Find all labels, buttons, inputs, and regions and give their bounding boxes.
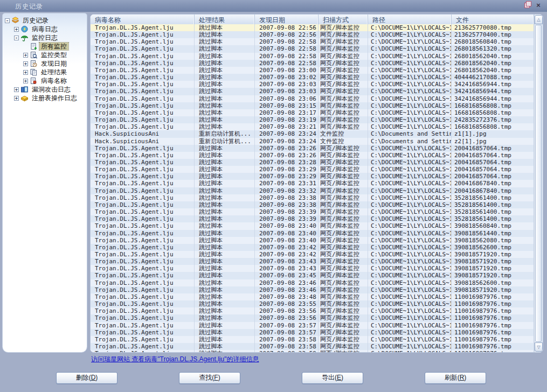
expand-icon[interactable]: + <box>14 87 19 92</box>
table-row[interactable]: Trojan.DL.JS.Agent.lju跳过脚本2007-09-08 23:… <box>91 265 534 272</box>
tree-item-all-monitors[interactable]: 所有监控 <box>3 42 87 51</box>
cell-found-date: 2007-09-08 23:48 <box>255 293 318 300</box>
table-row[interactable]: Trojan.DL.JS.Agent.lju跳过脚本2007-09-08 22:… <box>91 24 534 31</box>
table-row[interactable]: Trojan.DL.JS.Agent.lju跳过脚本2007-09-08 23:… <box>91 322 534 329</box>
table-row[interactable]: Trojan.DL.JS.Agent.lju跳过脚本2007-09-08 23:… <box>91 95 534 102</box>
table-row[interactable]: Trojan.DL.JS.Agent.lju跳过脚本2007-09-08 22:… <box>91 60 534 67</box>
table-row[interactable]: Trojan.DL.JS.Agent.lju跳过脚本2007-09-08 23:… <box>91 67 534 74</box>
table-row[interactable]: Trojan.DL.JS.Agent.lju跳过脚本2007-09-08 23:… <box>91 258 534 265</box>
scroll-up-button[interactable]: △ <box>535 15 543 24</box>
table-row[interactable]: Trojan.DL.JS.Agent.lju跳过脚本2007-09-08 23:… <box>91 145 534 152</box>
table-row[interactable]: Trojan.DL.JS.Agent.lju跳过脚本2007-09-08 23:… <box>91 116 534 123</box>
restore-button[interactable] <box>524 2 530 9</box>
tree-item-history-root[interactable]: -历史记录 <box>3 16 87 25</box>
find-button[interactable]: 查找(F) <box>179 372 240 384</box>
cell-file: 342416856944.tmp <box>452 95 534 102</box>
tree-item-label: 病毒日志 <box>30 25 59 33</box>
table-row[interactable]: Trojan.DL.JS.Agent.lju跳过脚本2007-09-08 23:… <box>91 215 534 222</box>
table-row[interactable]: Trojan.DL.JS.Agent.lju跳过脚本2007-09-08 23:… <box>91 180 534 187</box>
collapse-icon[interactable]: - <box>5 18 10 23</box>
column-header-scan-method[interactable]: 扫描方式 <box>318 15 368 24</box>
expand-icon[interactable]: + <box>23 53 28 58</box>
column-header-path[interactable]: 路径 <box>368 15 452 24</box>
virus-detail-link[interactable]: 访问瑞星网站 查看病毒"Trojan.DL.JS.Agent.lju"的详细信息 <box>91 355 259 364</box>
cell-virus-name: Trojan.DL.JS.Agent.lju <box>91 251 195 258</box>
table-row[interactable]: Trojan.DL.JS.Agent.lju跳过脚本2007-09-08 22:… <box>91 31 534 38</box>
refresh-button[interactable]: 刷新(R) <box>425 372 486 384</box>
table-row[interactable]: Trojan.DL.JS.Agent.lju跳过脚本2007-09-08 23:… <box>91 74 534 81</box>
table-row[interactable]: Trojan.DL.JS.Agent.lju跳过脚本2007-09-08 23:… <box>91 230 534 237</box>
table-row[interactable]: Trojan.DL.JS.Agent.lju跳过脚本2007-09-08 23:… <box>91 152 534 159</box>
table-row[interactable]: Trojan.DL.JS.Agent.lju跳过脚本2007-09-08 23:… <box>91 237 534 244</box>
cell-virus-name: Trojan.DL.JS.Agent.lju <box>91 116 195 123</box>
table-row[interactable]: Trojan.DL.JS.Agent.lju跳过脚本2007-09-08 22:… <box>91 38 534 45</box>
table-row[interactable]: Trojan.DL.JS.Agent.lju跳过脚本2007-09-08 23:… <box>91 222 534 229</box>
table-row[interactable]: Trojan.DL.JS.Agent.lju跳过脚本2007-09-08 23:… <box>91 187 534 194</box>
cell-path: C:\DOCUME~1\LY\LOCALS~1... <box>368 265 452 272</box>
cell-virus-name: Trojan.DL.JS.Agent.lju <box>91 45 195 52</box>
tree-item-virus-name[interactable]: +病毒名称 <box>3 76 87 85</box>
table-row[interactable]: Trojan.DL.JS.Agent.lju跳过脚本2007-09-08 23:… <box>91 272 534 279</box>
tree-item-exploit-log[interactable]: +漏洞攻击日志 <box>3 85 87 94</box>
column-header-file[interactable]: 文件 <box>452 15 534 24</box>
scroll-down-button[interactable]: ▽ <box>535 342 543 352</box>
delete-button[interactable]: 删除(D) <box>56 372 117 384</box>
table-row[interactable]: Trojan.DL.JS.Agent.lju跳过脚本2007-09-08 23:… <box>91 109 534 116</box>
cell-virus-name: Trojan.DL.JS.Agent.lju <box>91 201 195 208</box>
table-row[interactable]: Trojan.DL.JS.Agent.lju跳过脚本2007-09-08 23:… <box>91 201 534 208</box>
table-row[interactable]: Trojan.DL.JS.Agent.lju跳过脚本2007-09-08 23:… <box>91 244 534 251</box>
table-row[interactable]: Trojan.DL.JS.Agent.lju跳过脚本2007-09-08 23:… <box>91 314 534 321</box>
expand-icon[interactable]: + <box>23 79 28 83</box>
table-row[interactable]: Trojan.DL.JS.Agent.lju跳过脚本2007-09-08 23:… <box>91 123 534 130</box>
column-header-found-date[interactable]: 发现日期 <box>255 15 318 24</box>
table-row[interactable]: Trojan.DL.JS.Agent.lju跳过脚本2007-09-08 23:… <box>91 279 534 286</box>
table-row[interactable]: Trojan.DL.JS.Agent.lju跳过脚本2007-09-08 23:… <box>91 166 534 173</box>
table-row[interactable]: Trojan.DL.JS.Agent.lju跳过脚本2007-09-08 23:… <box>91 251 534 258</box>
table-row[interactable]: Trojan.DL.JS.Agent.lju跳过脚本2007-09-08 22:… <box>91 45 534 52</box>
cell-path: C:\DOCUME~1\LY\LOCALS~1... <box>368 222 452 229</box>
tree-item-virus-log[interactable]: +病毒日志 <box>3 25 87 33</box>
close-button[interactable]: × <box>535 2 542 9</box>
cell-scan-method: 网页/脚本监控 <box>318 258 368 265</box>
tree-item-monitor-type[interactable]: +监控类型 <box>3 51 87 59</box>
table-row[interactable]: Trojan.DL.JS.Agent.lju跳过脚本2007-09-08 23:… <box>91 173 534 180</box>
table-row[interactable]: Trojan.DL.JS.Agent.lju跳过脚本2007-09-08 23:… <box>91 343 534 350</box>
column-header-virus-name[interactable]: 病毒名称 <box>91 15 195 24</box>
tree-item-registry-log[interactable]: +注册表操作日志 <box>3 94 87 102</box>
table-row[interactable]: Hack.SuspiciousAni重新启动计算机...2007-09-08 2… <box>91 130 534 137</box>
table-row[interactable]: Trojan.DL.JS.Agent.lju跳过脚本2007-09-08 23:… <box>91 293 534 300</box>
table-row[interactable]: Trojan.DL.JS.Agent.lju跳过脚本2007-09-08 23:… <box>91 102 534 109</box>
table-row[interactable]: Trojan.DL.JS.Agent.lju跳过脚本2007-09-08 23:… <box>91 81 534 88</box>
expand-icon[interactable]: + <box>14 27 19 32</box>
collapse-icon[interactable]: - <box>14 36 19 40</box>
table-row[interactable]: Trojan.DL.JS.Agent.lju跳过脚本2007-09-08 23:… <box>91 286 534 293</box>
expand-icon[interactable]: + <box>23 61 28 66</box>
cell-file: 213625770400.tmp <box>452 31 534 38</box>
table-row[interactable]: Trojan.DL.JS.Agent.lju跳过脚本2007-09-08 23:… <box>91 329 534 336</box>
table-row[interactable]: Trojan.DL.JS.Agent.lju跳过脚本2007-09-08 22:… <box>91 53 534 60</box>
table-row[interactable]: Trojan.DL.JS.Agent.lju跳过脚本2007-09-08 23:… <box>91 307 534 314</box>
table-row[interactable]: Trojan.DL.JS.Agent.lju跳过脚本2007-09-08 23:… <box>91 194 534 201</box>
scrollbar-thumb[interactable] <box>535 25 542 342</box>
table-row[interactable]: Trojan.DL.JS.Agent.lju跳过脚本2007-09-08 23:… <box>91 88 534 95</box>
table-row[interactable]: Trojan.DL.JS.Agent.lju跳过脚本2007-09-08 23:… <box>91 300 534 307</box>
table-row[interactable]: Trojan.DL.JS.Agent.lju跳过脚本2007-09-08 23:… <box>91 350 534 352</box>
table-row[interactable]: Trojan.DL.JS.Agent.lju跳过脚本2007-09-08 23:… <box>91 336 534 343</box>
cell-scan-method: 网页/脚本监控 <box>318 279 368 286</box>
cell-scan-method: 网页/脚本监控 <box>318 208 368 215</box>
column-header-result[interactable]: 处理结果 <box>195 15 255 24</box>
cell-found-date: 2007-09-08 23:24 <box>255 130 318 137</box>
tree-item-process-result[interactable]: +处理结果 <box>3 68 87 76</box>
cell-result: 跳过脚本 <box>195 102 255 109</box>
tree-item-monitor-log[interactable]: -监控日志 <box>3 33 87 42</box>
expand-icon[interactable]: + <box>23 70 28 75</box>
vertical-scrollbar[interactable]: △ ▽ <box>534 15 543 352</box>
export-button[interactable]: 导出(E) <box>302 372 363 384</box>
table-row[interactable]: Trojan.DL.JS.Agent.lju跳过脚本2007-09-08 23:… <box>91 208 534 215</box>
table-row[interactable]: Trojan.DL.JS.Agent.lju跳过脚本2007-09-08 23:… <box>91 159 534 166</box>
table-row[interactable]: Hack.SuspiciousAni重新启动计算机...2007-09-08 2… <box>91 138 534 145</box>
minimize-button[interactable] <box>513 2 519 9</box>
tree-item-found-date[interactable]: +发现日期 <box>3 59 87 68</box>
cell-result: 跳过脚本 <box>195 67 255 74</box>
expand-icon[interactable]: + <box>14 96 19 101</box>
